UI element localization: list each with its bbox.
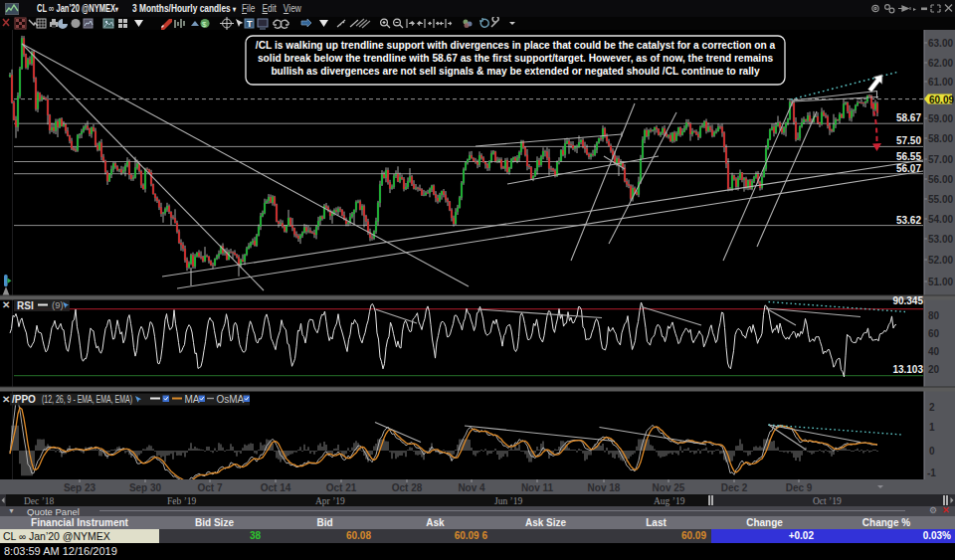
svg-text:Oct 7: Oct 7 xyxy=(197,482,222,493)
svg-text:54.00: 54.00 xyxy=(928,214,953,225)
svg-text:Nov 25: Nov 25 xyxy=(653,482,685,493)
svg-text:(12, 26, 9 - EMA, EMA, EMA): (12, 26, 9 - EMA, EMA, EMA) xyxy=(42,394,132,405)
svg-text:/CL is walking up trendline su: /CL is walking up trendline support with… xyxy=(256,40,776,51)
svg-text:T: T xyxy=(247,19,253,29)
svg-text:56.00: 56.00 xyxy=(928,174,953,185)
svg-text:MA: MA xyxy=(185,394,200,405)
svg-text:60: 60 xyxy=(928,328,940,339)
svg-text:(9): (9) xyxy=(52,299,64,310)
svg-text:$: $ xyxy=(202,20,207,29)
svg-text:40: 40 xyxy=(928,346,940,357)
svg-text:56.07: 56.07 xyxy=(896,163,921,174)
svg-text:Oct 14: Oct 14 xyxy=(261,482,291,493)
svg-text:2: 2 xyxy=(929,402,935,413)
svg-text:58.67: 58.67 xyxy=(896,112,921,123)
svg-text:Sep 23: Sep 23 xyxy=(64,482,96,493)
svg-text:Oct 28: Oct 28 xyxy=(392,482,423,493)
svg-text:20: 20 xyxy=(928,364,940,375)
svg-text:Jun ’19: Jun ’19 xyxy=(494,496,522,506)
svg-text:60.09: 60.09 xyxy=(929,94,954,105)
svg-text:Nov 18: Nov 18 xyxy=(588,482,621,493)
svg-text:RSI: RSI xyxy=(17,300,34,311)
svg-text:Nov 4: Nov 4 xyxy=(458,482,485,493)
svg-text:Oct ’19: Oct ’19 xyxy=(813,496,842,506)
svg-text:Nov 11: Nov 11 xyxy=(521,482,554,493)
svg-text:0: 0 xyxy=(929,446,935,457)
svg-text:Apr ’19: Apr ’19 xyxy=(315,496,345,506)
svg-text:Dec ’18: Dec ’18 xyxy=(24,496,55,506)
svg-text:53.62: 53.62 xyxy=(896,215,921,226)
svg-text:57.50: 57.50 xyxy=(896,135,921,146)
svg-text:/PPO: /PPO xyxy=(12,394,36,405)
svg-text:bullish as divergences are not: bullish as divergences are not sell sign… xyxy=(271,66,760,77)
svg-text:80: 80 xyxy=(928,310,940,321)
svg-text:Oct 21: Oct 21 xyxy=(326,482,357,493)
svg-text:Dec 9: Dec 9 xyxy=(786,482,813,493)
svg-text:62.00: 62.00 xyxy=(928,58,953,69)
svg-text:Feb ’19: Feb ’19 xyxy=(167,496,197,506)
svg-text:63.00: 63.00 xyxy=(928,38,953,49)
svg-text:✕: ✕ xyxy=(2,394,10,405)
svg-text:Dec 2: Dec 2 xyxy=(721,482,748,493)
svg-text:56.55: 56.55 xyxy=(896,151,921,162)
svg-text:55.00: 55.00 xyxy=(928,194,953,205)
svg-text:OsMA: OsMA xyxy=(217,394,245,405)
svg-text:57.00: 57.00 xyxy=(928,154,953,165)
svg-text:59.00: 59.00 xyxy=(928,113,953,124)
svg-text:Aug ’19: Aug ’19 xyxy=(654,496,685,506)
svg-text:1: 1 xyxy=(929,422,935,433)
svg-text:52.00: 52.00 xyxy=(928,255,953,266)
svg-text:-1: -1 xyxy=(927,467,936,478)
svg-text:58.00: 58.00 xyxy=(928,133,953,144)
svg-text:✕: ✕ xyxy=(2,299,10,310)
svg-text:Sep 30: Sep 30 xyxy=(129,482,162,493)
svg-text:13.103: 13.103 xyxy=(892,364,923,375)
svg-text:61.00: 61.00 xyxy=(928,77,953,88)
svg-text:53.00: 53.00 xyxy=(928,234,953,245)
svg-text:51.00: 51.00 xyxy=(928,277,953,287)
svg-text:solid break below the trendlin: solid break below the trendline with 58.… xyxy=(258,53,774,64)
svg-text:90.345: 90.345 xyxy=(892,295,923,306)
